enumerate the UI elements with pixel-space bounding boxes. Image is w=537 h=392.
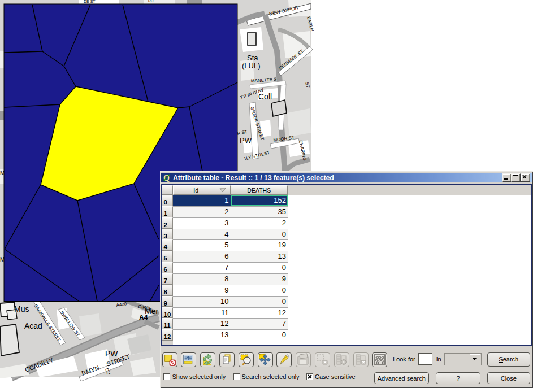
svg-text:Coll: Coll xyxy=(258,92,272,101)
svg-text:PW: PW xyxy=(240,136,252,145)
svg-text:Mer: Mer xyxy=(145,307,158,316)
svg-text:Mus: Mus xyxy=(14,304,29,313)
svg-text:(LUL): (LUL) xyxy=(242,62,261,70)
svg-text:RU: RU xyxy=(148,0,154,3)
svg-text:Acad: Acad xyxy=(24,321,42,330)
svg-text:DE ST: DE ST xyxy=(84,0,96,3)
svg-text:Sta: Sta xyxy=(247,54,258,62)
